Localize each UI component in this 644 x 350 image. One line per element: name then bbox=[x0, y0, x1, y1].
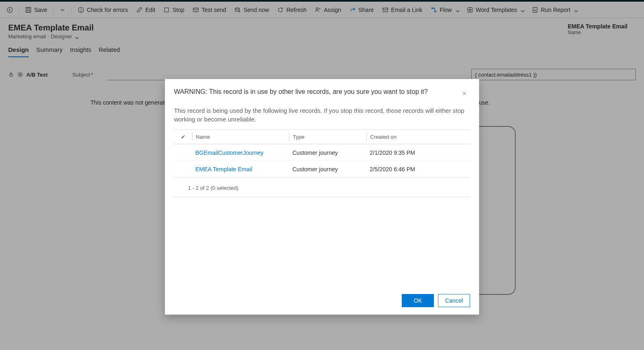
cancel-button[interactable]: Cancel bbox=[438, 294, 470, 307]
grid-header: ✔ Name Type Created on bbox=[174, 129, 470, 144]
records-grid: ✔ Name Type Created on BGEmailCustomerJo… bbox=[174, 129, 470, 177]
modal-actions: OK Cancel bbox=[174, 294, 470, 307]
checkmark-icon: ✔ bbox=[181, 134, 185, 140]
grid-row[interactable]: BGEmailCustomerJourney Customer journey … bbox=[174, 144, 470, 161]
warning-modal: WARNING: This record is in use by other … bbox=[165, 79, 479, 315]
modal-close-button[interactable] bbox=[459, 88, 470, 100]
row-created: 2/5/2020 6:46 PM bbox=[366, 166, 449, 173]
modal-title: WARNING: This record is in use by other … bbox=[174, 88, 459, 96]
col-header-name[interactable]: Name bbox=[192, 133, 289, 141]
row-name-link[interactable]: BGEmailCustomerJourney bbox=[192, 149, 289, 156]
row-type: Customer journey bbox=[289, 166, 366, 173]
modal-description: This record is being used by the followi… bbox=[174, 106, 470, 124]
col-header-type[interactable]: Type bbox=[289, 133, 366, 141]
grid-row[interactable]: EMEA Template Email Customer journey 2/5… bbox=[174, 161, 470, 177]
close-icon bbox=[462, 91, 467, 97]
row-type: Customer journey bbox=[289, 149, 366, 156]
row-name-link[interactable]: EMEA Template Email bbox=[192, 166, 289, 173]
col-header-created[interactable]: Created on bbox=[366, 133, 449, 141]
col-header-check[interactable]: ✔ bbox=[174, 134, 192, 140]
row-created: 2/1/2020 9:35 PM bbox=[366, 149, 449, 156]
modal-header: WARNING: This record is in use by other … bbox=[174, 88, 470, 100]
ok-button[interactable]: OK bbox=[402, 294, 434, 307]
grid-footer: 1 - 2 of 2 (0 selected) bbox=[174, 182, 470, 197]
